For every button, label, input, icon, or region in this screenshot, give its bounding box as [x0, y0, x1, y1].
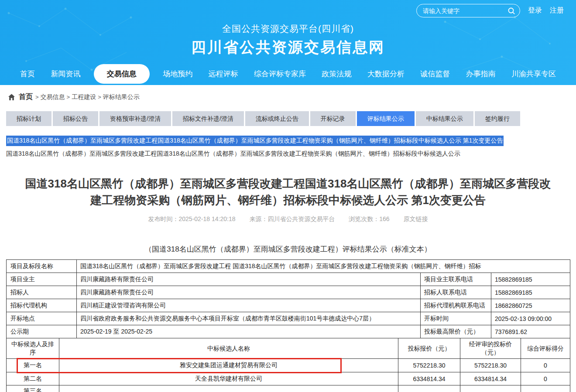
row-value2: 18682860725: [491, 299, 570, 312]
project-info-table: 项目及标段名称 国道318名山区黑竹（成都界）至雨城区多营段改建工程 国道318…: [6, 259, 570, 338]
nav-item-home[interactable]: 首页: [17, 65, 38, 83]
candidate-score: [521, 385, 570, 392]
breadcrumb-separator: >: [35, 94, 39, 100]
tab-bidding-plan[interactable]: 招标计划: [6, 111, 51, 126]
row-value2: 15882869185: [491, 286, 570, 299]
publish-time: 发布时间：2025-02-18 14:20:18: [148, 215, 235, 222]
breadcrumb-home[interactable]: 首页: [19, 92, 33, 102]
row-label2: 项目业主联系电话: [421, 273, 491, 286]
nav-item-policies[interactable]: 政策法规: [319, 65, 354, 83]
nav-item-venue-booking[interactable]: 场地预约: [160, 65, 195, 83]
category-tabs: 招标计划 招标公告 资格预审补遗/澄清 招标文件补遗/澄清 流标或终止公告 开标…: [6, 111, 576, 126]
page-title: 国道318名山区黑竹（成都界）至雨城区多营段改建工程国道318名山区黑竹（成都界…: [22, 175, 554, 208]
nav-item-big-data[interactable]: 大数据分析: [365, 65, 407, 83]
row-label2: 招标代理机构联系电话: [421, 299, 491, 312]
tab-evaluation-result[interactable]: 评标结果公示: [357, 111, 415, 126]
col-header-name: 中标候选人名称: [59, 338, 398, 359]
search-icon[interactable]: [507, 7, 515, 15]
candidate-name: [59, 385, 398, 392]
table-row: 公示期 2025-02-19 至 2025-02-25 投标最高限价（元） 73…: [7, 325, 570, 338]
tab-bidding-announcement[interactable]: 招标公告: [53, 111, 98, 126]
nav-item-trade-info[interactable]: 交易信息: [94, 64, 150, 84]
row-label: 项目及标段名称: [7, 260, 77, 273]
row-value2: 7376891.62: [491, 325, 570, 338]
row-label2: 投标最高限价（元）: [421, 325, 491, 338]
breadcrumb-trade-info[interactable]: 交易信息: [41, 93, 65, 101]
candidate-row-first: 第一名 雅安交建集团运通建材贸易有限公司 5752218.30 5752218.…: [7, 359, 570, 372]
col-header-rank: 中标候选人及排序: [7, 338, 59, 359]
original-link[interactable]: 原文链接: [404, 215, 428, 222]
home-icon[interactable]: [8, 94, 15, 101]
breadcrumb-separator: >: [67, 94, 70, 100]
row-label: 项目业主: [7, 273, 77, 286]
table-row: 招标人 四川康藏路桥有限责任公司 招标人联系电话 15882869185: [7, 286, 570, 299]
nav-item-guide[interactable]: 办事指南: [463, 65, 498, 83]
candidate-reviewed-bid: 6334814.34: [460, 372, 521, 385]
site-title: 四川省公共资源交易信息网: [0, 37, 576, 58]
nav-item-integrity[interactable]: 诚信监督: [418, 65, 453, 83]
main-navigation: 首页 新闻资讯 交易信息 场地预约 远程评标 综合评标专家库 政策法规 大数据分…: [0, 62, 576, 85]
candidate-rank: 第三名: [7, 385, 59, 392]
col-header-score: 综合评标得分: [521, 338, 570, 359]
tab-contract-performance[interactable]: 签约履行: [475, 111, 520, 126]
row-label: 公示期: [7, 325, 77, 338]
tab-bid-opening-record[interactable]: 开标记录: [310, 111, 356, 126]
table-row: 项目及标段名称 国道318名山区黑竹（成都界）至雨城区多营段改建工程 国道318…: [7, 260, 570, 273]
candidate-bid: [398, 385, 460, 392]
row-value: 四川精正建设管理咨询有限公司: [77, 299, 421, 312]
search-input[interactable]: [423, 7, 507, 14]
candidates-header-row: 中标候选人及排序 中标候选人名称 投标报价（元） 经评审的投标价（元） 综合评标…: [7, 338, 570, 359]
candidate-name: 雅安交建集团运通建材贸易有限公司: [59, 359, 398, 372]
nav-item-chuanyu-zone[interactable]: 川渝共享专区: [509, 65, 559, 83]
nav-item-remote-evaluation[interactable]: 远程评标: [206, 65, 241, 83]
notice-link-selected[interactable]: 国道318名山区黑竹（成都界）至雨城区多营段改建工程国道318名山区黑竹（成都界…: [6, 136, 504, 146]
row-label2: 开标时间: [421, 312, 491, 325]
candidate-row-second: 第二名 天全县凯华建材有限公司 6334814.34 6334814.34 0: [7, 372, 570, 385]
row-label: 招标人: [7, 286, 77, 299]
row-value: 四川康藏路桥有限责任公司: [77, 273, 421, 286]
row-value: 2025-02-19 至 2025-02-25: [77, 325, 421, 338]
row-value2: 15882869185: [491, 273, 570, 286]
candidate-score: 0: [521, 359, 570, 372]
candidate-row-third: 第三名: [7, 385, 570, 392]
row-label2: 招标人联系电话: [421, 286, 491, 299]
masthead: 全国公共资源交易平台(四川省) 四川省公共资源交易信息网: [0, 23, 576, 58]
nav-item-expert-pool[interactable]: 综合评标专家库: [251, 65, 309, 83]
table-row: 开标地点 四川省政府政务服务和公共资源交易服务中心本项目开标室（成都市青羊区鼓楼…: [7, 312, 570, 325]
breadcrumb-evaluation-result[interactable]: 评标结果公示: [103, 93, 140, 101]
tab-document-supplement[interactable]: 招标文件补遗/澄清: [172, 111, 244, 126]
view-count: 浏览次数：166: [349, 215, 389, 222]
breadcrumb-engineering[interactable]: 工程建设: [72, 93, 96, 101]
tab-prequalification-supplement[interactable]: 资格预审补遗/澄清: [99, 111, 171, 126]
candidate-name: 天全县凯华建材有限公司: [59, 372, 398, 385]
breadcrumb: 首页 > 交易信息 > 工程建设 > 评标结果公示: [0, 85, 576, 109]
site-header: 登录 注册 全国公共资源交易平台(四川省) 四川省公共资源交易信息网 首页 新闻…: [0, 0, 576, 85]
candidate-bid: 5752218.30: [398, 359, 460, 372]
row-value: 国道318名山区黑竹（成都界）至雨城区多营段改建工程 国道318名山区黑竹（成都…: [77, 260, 570, 273]
source: 来源：四川省公共资源交易平台: [249, 215, 335, 222]
tab-failed-or-terminated[interactable]: 流标或终止公告: [245, 111, 309, 126]
row-value2: 2025-02-13 09:00:00: [491, 312, 570, 325]
candidate-rank: 第一名: [7, 359, 59, 372]
article-meta: 发布时间：2025-02-18 14:20:18 来源：四川省公共资源交易平台 …: [0, 215, 576, 223]
notice-link-plain[interactable]: 国道318名山区黑竹（成都界）至雨城区多营段改建工程国道318名山区黑竹（成都界…: [6, 150, 576, 158]
tab-winning-result[interactable]: 中标结果公示: [416, 111, 473, 126]
register-link[interactable]: 注册: [550, 6, 564, 15]
table-row: 项目业主 四川康藏路桥有限责任公司 项目业主联系电话 15882869185: [7, 273, 570, 286]
row-label: 开标地点: [7, 312, 77, 325]
platform-title: 全国公共资源交易平台(四川省): [0, 23, 576, 35]
candidate-bid: 6334814.34: [398, 372, 460, 385]
nav-item-news[interactable]: 新闻资讯: [48, 65, 83, 83]
candidate-reviewed-bid: 5752218.30: [460, 359, 521, 372]
candidate-rank: 第二名: [7, 372, 59, 385]
candidate-score: 0: [521, 372, 570, 385]
search-box[interactable]: [416, 4, 520, 17]
row-value: 四川省政府政务服务和公共资源交易服务中心本项目开标室（成都市青羊区鼓楼南街101…: [77, 312, 421, 325]
row-label: 招标代理机构: [7, 299, 77, 312]
row-value: 四川康藏路桥有限责任公司: [77, 286, 421, 299]
topbar: 登录 注册: [0, 0, 576, 17]
col-header-bid: 投标报价（元）: [398, 338, 460, 359]
login-link[interactable]: 登录: [528, 6, 542, 15]
result-tables: 项目及标段名称 国道318名山区黑竹（成都界）至雨城区多营段改建工程 国道318…: [6, 259, 570, 392]
notice-list: 国道318名山区黑竹（成都界）至雨城区多营段改建工程国道318名山区黑竹（成都界…: [6, 136, 576, 158]
